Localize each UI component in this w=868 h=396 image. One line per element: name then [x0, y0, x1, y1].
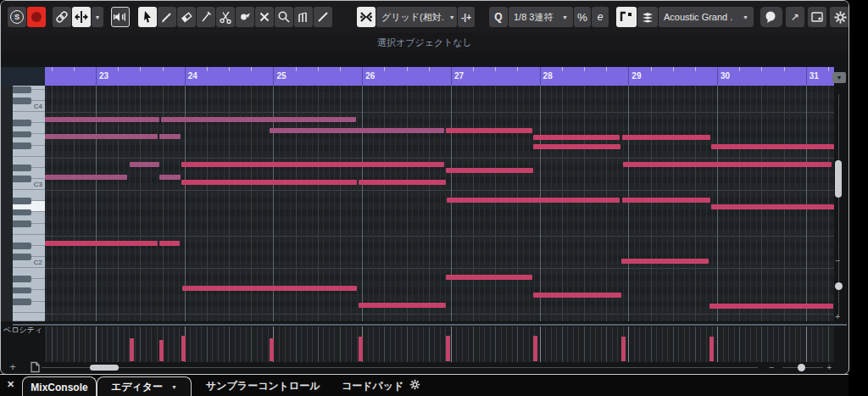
velocity-bar[interactable] — [709, 337, 714, 361]
midi-note[interactable] — [159, 241, 180, 246]
lane-preset-button[interactable] — [30, 361, 41, 375]
midi-note[interactable] — [446, 275, 532, 280]
white-key-E1[interactable] — [13, 313, 45, 321]
setup-toolbar-button[interactable] — [830, 7, 849, 27]
vzoom-slider-track[interactable] — [838, 269, 839, 313]
part-borders-button[interactable] — [616, 7, 637, 27]
horizontal-scrollbar-track[interactable] — [42, 367, 758, 368]
velocity-bar[interactable] — [533, 336, 537, 361]
zoom-tool-button[interactable] — [275, 7, 293, 27]
hzoom-plus-icon[interactable]: + — [826, 362, 832, 372]
grid-divider-button[interactable]: -|+ — [458, 7, 475, 27]
black-key[interactable] — [13, 209, 31, 216]
velocity-bar[interactable] — [270, 338, 274, 361]
link-projects-button[interactable] — [53, 7, 71, 27]
solo-editor-button[interactable]: S — [8, 7, 26, 27]
midi-note[interactable] — [130, 162, 159, 167]
tab-editor[interactable]: エディター ▼ — [97, 376, 192, 396]
velocity-bar[interactable] — [621, 337, 626, 361]
split-tool-button[interactable] — [216, 7, 235, 27]
midi-note[interactable] — [446, 128, 532, 133]
add-lane-button[interactable]: + — [6, 361, 19, 373]
black-key[interactable] — [13, 220, 31, 227]
velocity-bar[interactable] — [130, 338, 134, 361]
black-key[interactable] — [13, 142, 31, 149]
midi-note[interactable] — [533, 144, 620, 149]
tab-mixconsole[interactable]: MixConsole — [22, 376, 97, 396]
midi-note[interactable] — [621, 259, 709, 264]
midi-note[interactable] — [182, 286, 357, 291]
tab-sampler-control[interactable]: サンプラーコントロール — [206, 375, 320, 396]
velocity-bar[interactable] — [181, 336, 186, 361]
warp-tool-button[interactable] — [294, 7, 313, 27]
midi-note[interactable] — [359, 180, 446, 185]
black-key[interactable] — [13, 198, 31, 204]
line-tool-button[interactable] — [314, 7, 332, 27]
midi-note[interactable] — [159, 134, 181, 139]
autoscroll-options-button[interactable]: ▼ — [92, 7, 103, 27]
midi-note[interactable] — [45, 175, 127, 180]
note-grid[interactable] — [45, 86, 834, 321]
black-key[interactable] — [13, 131, 31, 138]
black-key[interactable] — [13, 176, 31, 182]
acoustic-feedback-button[interactable] — [111, 7, 130, 27]
record-button[interactable] — [27, 7, 46, 27]
black-key[interactable] — [13, 287, 31, 294]
midi-note[interactable] — [181, 162, 444, 167]
quantize-preset-dropdown[interactable]: 1/8 3連符 ▼ — [509, 7, 573, 27]
midi-note[interactable] — [359, 303, 446, 308]
instrument-dropdown[interactable]: Acoustic Grand . ▼ — [659, 7, 754, 27]
snap-button[interactable] — [357, 7, 376, 27]
midi-note[interactable] — [622, 135, 710, 140]
open-in-window-button[interactable]: ↗ — [786, 7, 804, 27]
vzoom-minus-icon[interactable]: − — [835, 255, 840, 265]
midi-note[interactable] — [709, 304, 833, 309]
black-key[interactable] — [13, 254, 31, 260]
horizontal-scrollbar-thumb[interactable] — [90, 365, 119, 371]
black-key[interactable] — [13, 98, 31, 104]
black-key[interactable] — [13, 276, 31, 282]
piano-keyboard[interactable]: C4C3C2 — [13, 86, 45, 321]
black-key[interactable] — [13, 243, 31, 249]
quantize-button[interactable]: Q — [489, 7, 508, 27]
window-layout-button[interactable] — [808, 7, 826, 27]
close-lower-zone-button[interactable]: ✕ — [7, 379, 14, 390]
tab-setup-button[interactable] — [409, 379, 420, 393]
black-key[interactable] — [13, 165, 31, 171]
midi-note[interactable] — [45, 117, 159, 122]
hzoom-slider-thumb[interactable] — [798, 364, 805, 371]
midi-note[interactable] — [45, 134, 158, 139]
comping-button[interactable] — [760, 7, 782, 27]
midi-note[interactable] — [622, 198, 710, 203]
velocity-lane[interactable] — [45, 326, 834, 362]
midi-note[interactable] — [711, 204, 834, 209]
ruler-options-button[interactable]: ▼ — [832, 72, 846, 83]
midi-note[interactable] — [181, 180, 357, 185]
midi-note[interactable] — [533, 293, 621, 298]
hzoom-minus-icon[interactable]: − — [769, 362, 774, 372]
midi-note[interactable] — [447, 198, 620, 203]
tab-chord-pads[interactable]: コードパッド — [342, 375, 403, 396]
velocity-bar[interactable] — [446, 336, 450, 361]
midi-note[interactable] — [161, 117, 356, 122]
midi-note[interactable] — [159, 175, 181, 180]
trim-tool-button[interactable] — [197, 7, 215, 27]
autoscroll-button[interactable] — [72, 7, 91, 27]
midi-note[interactable] — [711, 144, 834, 149]
grid-type-dropdown[interactable]: グリッド(相対. ▼ — [376, 7, 457, 27]
erase-tool-button[interactable] — [177, 7, 196, 27]
mute-tool-button[interactable] — [255, 7, 274, 27]
midi-note[interactable] — [533, 135, 620, 140]
midi-note[interactable] — [446, 168, 533, 173]
black-key[interactable] — [13, 120, 31, 126]
velocity-bar[interactable] — [359, 337, 363, 361]
edit-active-part-button[interactable] — [637, 7, 658, 27]
velocity-lane-divider[interactable] — [13, 324, 847, 326]
vzoom-plus-icon[interactable]: + — [835, 311, 840, 321]
black-key[interactable] — [13, 298, 31, 305]
select-tool-button[interactable] — [138, 7, 157, 27]
quantize-panel-button[interactable]: e — [592, 7, 609, 27]
iterative-quantize-button[interactable]: % — [574, 7, 591, 27]
glue-tool-button[interactable] — [236, 7, 254, 27]
midi-note[interactable] — [270, 128, 444, 133]
